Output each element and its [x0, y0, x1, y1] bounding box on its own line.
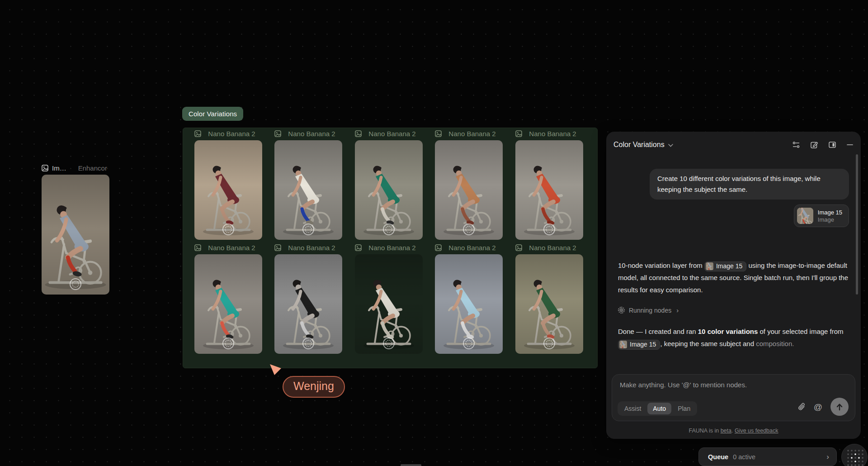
assistant-message-1: 10-node variation layer from Image 15 us… — [618, 259, 850, 296]
arrow-up-icon — [836, 403, 843, 411]
attachment-type: Image — [818, 216, 842, 223]
image-icon — [355, 244, 362, 251]
spinner-icon — [618, 307, 625, 314]
message-bold-text: 10 color variations — [698, 328, 758, 335]
connection-wires — [0, 0, 136, 68]
panel-scrollbar[interactable] — [856, 154, 858, 295]
dot-matrix-icon — [844, 447, 864, 466]
variation-image[interactable] — [355, 140, 423, 240]
attachment-thumbnail — [797, 208, 813, 224]
chevron-down-icon — [668, 144, 673, 147]
variation-image[interactable] — [515, 254, 583, 354]
collaborator-name-label: Wenjing — [283, 376, 345, 398]
composer: Make anything. Use '@' to mention nodes.… — [612, 374, 855, 421]
beta-link[interactable]: beta — [721, 428, 731, 434]
mode-switcher: Assist Auto Plan — [618, 401, 697, 416]
bottom-dock[interactable] — [401, 464, 421, 466]
variation-image[interactable] — [435, 140, 503, 240]
variation-image[interactable] — [194, 140, 262, 240]
variation-image[interactable] — [435, 254, 503, 354]
node-label: Nano Banana 2 — [362, 244, 423, 252]
queue-status: 0 active — [733, 453, 755, 461]
mode-plan[interactable]: Plan — [672, 403, 696, 414]
generation-loader — [70, 278, 81, 290]
group-label[interactable]: Color Variations — [182, 107, 243, 121]
chevron-right-icon: › — [676, 306, 679, 314]
minimap-button[interactable] — [841, 444, 868, 466]
assistant-message-2: Done — I created and ran 10 color variat… — [618, 325, 850, 350]
feedback-link[interactable]: Give us feedback — [735, 428, 778, 434]
source-image[interactable] — [42, 175, 109, 295]
variation-node-9[interactable]: Nano Banana 2 — [435, 243, 503, 354]
generation-loader — [463, 223, 475, 235]
variation-image[interactable] — [515, 140, 583, 240]
variation-node-5[interactable]: Nano Banana 2 — [515, 128, 583, 240]
generation-loader — [463, 338, 475, 349]
source-node-secondary-label: Enhancor — [78, 164, 107, 172]
variation-node-1[interactable]: Nano Banana 2 — [194, 128, 262, 240]
image-icon — [515, 244, 522, 251]
image-icon — [274, 130, 281, 137]
collaborator-cursor: Wenjing — [269, 363, 282, 378]
node-label: Nano Banana 2 — [522, 244, 583, 252]
chevron-right-icon: › — [826, 452, 829, 461]
user-message-bubble: Create 10 different color variations of … — [650, 169, 849, 200]
panel-title: Color Variations — [613, 141, 665, 149]
variation-image[interactable] — [194, 254, 262, 354]
footer-text: FAUNA is in — [689, 428, 720, 434]
panel-footer: FAUNA is in beta. Give us feedback — [606, 428, 861, 434]
message-text: , keeping the same subject and — [660, 340, 756, 347]
generation-loader — [222, 338, 234, 349]
variation-node-7[interactable]: Nano Banana 2 — [274, 243, 342, 354]
panel-title-dropdown[interactable]: Color Variations — [613, 141, 673, 149]
message-text: Done — I created and ran — [618, 328, 698, 335]
mode-auto[interactable]: Auto — [647, 403, 671, 414]
message-text: of your selected image from — [758, 328, 843, 335]
node-label: Nano Banana 2 — [281, 244, 342, 252]
running-nodes-toggle[interactable]: Running nodes › — [618, 306, 679, 314]
panel-header: Color Variations — [613, 139, 854, 151]
node-mention-chip[interactable]: Image 15 — [618, 340, 660, 350]
node-label: Nano Banana 2 — [201, 244, 262, 252]
variation-node-3[interactable]: Nano Banana 2 — [355, 128, 423, 240]
queue-label: Queue — [708, 453, 728, 461]
image-icon — [42, 165, 48, 171]
variation-image[interactable] — [274, 254, 342, 354]
send-button[interactable] — [830, 398, 849, 416]
variation-node-10[interactable]: Nano Banana 2 — [515, 243, 583, 354]
message-text: 10-node variation layer from — [618, 262, 704, 269]
generation-loader — [302, 338, 314, 349]
generation-loader — [383, 338, 395, 349]
mention-thumbnail — [706, 262, 713, 270]
running-nodes-label: Running nodes — [629, 307, 671, 314]
variation-node-8[interactable]: Nano Banana 2 — [355, 243, 423, 354]
variation-image[interactable] — [274, 140, 342, 240]
mention-icon[interactable]: @ — [814, 403, 822, 411]
image-icon — [194, 130, 201, 137]
variation-node-2[interactable]: Nano Banana 2 — [274, 128, 342, 240]
attach-file-icon[interactable] — [798, 403, 806, 411]
queue-bar[interactable]: Queue 0 active › — [698, 447, 837, 466]
node-mention-chip[interactable]: Image 15 — [704, 262, 746, 271]
generation-loader — [383, 223, 395, 235]
source-image-node[interactable]: Im… Enhancor — [42, 163, 109, 295]
panel-toggle-icon[interactable] — [828, 141, 836, 149]
image-icon — [435, 130, 442, 137]
mode-assist[interactable]: Assist — [619, 403, 646, 414]
prompt-input[interactable]: Make anything. Use '@' to mention nodes. — [620, 381, 805, 389]
image-icon — [274, 244, 281, 251]
workflow-icon[interactable] — [792, 141, 800, 149]
mention-label: Image 15 — [716, 260, 742, 272]
mention-label: Image 15 — [630, 338, 656, 351]
new-chat-icon[interactable] — [810, 141, 818, 149]
variation-node-4[interactable]: Nano Banana 2 — [435, 128, 503, 240]
variation-node-6[interactable]: Nano Banana 2 — [194, 243, 262, 354]
node-label: Nano Banana 2 — [442, 130, 503, 138]
minimize-icon[interactable] — [846, 141, 854, 149]
image-icon — [355, 130, 362, 137]
attachment-chip[interactable]: Image 15 Image — [794, 204, 849, 227]
mention-thumbnail — [619, 341, 627, 348]
chat-panel: Color Variations Create 10 different col… — [606, 132, 861, 439]
variation-image[interactable] — [355, 254, 423, 354]
generation-loader — [543, 223, 555, 235]
